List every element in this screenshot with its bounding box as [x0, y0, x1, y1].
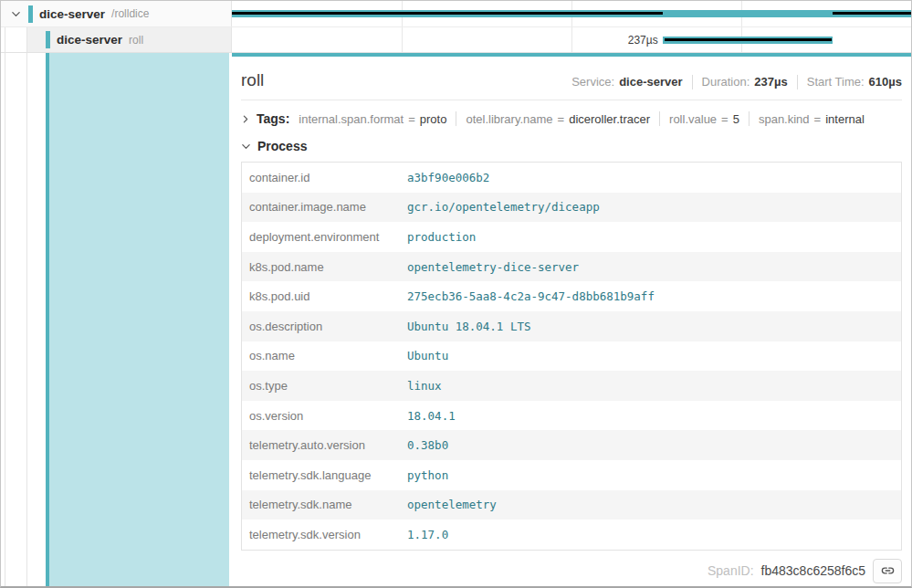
- process-row: os.version18.04.1: [242, 401, 901, 431]
- process-row: telemetry.sdk.languagepython: [242, 460, 901, 490]
- process-value: Ubuntu 18.04.1 LTS: [407, 320, 901, 333]
- span-detail-row: roll Service: dice-server Duration: 237µ…: [1, 53, 911, 586]
- deep-link-button[interactable]: [873, 559, 902, 583]
- process-value: 0.38b0: [407, 438, 901, 452]
- tags-section-title: Tags:: [257, 111, 289, 126]
- start-time-label: Start Time:: [807, 75, 865, 89]
- span-detail-panel: roll Service: dice-server Duration: 237µ…: [232, 53, 911, 586]
- critical-path-segment: [833, 12, 911, 15]
- process-value: a3bf90e006b2: [407, 171, 901, 184]
- tag-item: internal.span.format=proto: [299, 112, 446, 126]
- critical-path-segment: [665, 38, 832, 41]
- process-key: os.version: [242, 409, 407, 423]
- spanid-label: SpanID:: [708, 563, 754, 578]
- tag-item: span.kind=internal: [759, 112, 865, 126]
- process-value: 1.17.0: [407, 528, 901, 541]
- process-value: production: [407, 230, 901, 244]
- process-section-title: Process: [257, 139, 307, 153]
- process-row: telemetry.sdk.nameopentelemetry: [242, 490, 901, 520]
- selected-span-indent-strip: [1, 53, 232, 586]
- tags-section-toggle[interactable]: Tags: internal.span.format=protootel.lib…: [241, 108, 902, 130]
- process-row: os.nameUbuntu: [242, 341, 901, 372]
- operation-name: roll: [129, 34, 143, 47]
- critical-path-segment: [232, 12, 663, 15]
- process-key: k8s.pod.uid: [242, 289, 407, 303]
- process-value: python: [407, 468, 901, 482]
- process-key: k8s.pod.name: [242, 260, 407, 274]
- process-value: Ubuntu: [407, 349, 901, 362]
- chevron-right-icon: [241, 114, 250, 124]
- process-key: telemetry.sdk.name: [242, 498, 407, 511]
- process-row: os.descriptionUbuntu 18.04.1 LTS: [242, 311, 901, 341]
- service-label: Service:: [571, 75, 614, 89]
- process-key: os.name: [242, 349, 407, 362]
- timeline-row-rolldice: [232, 1, 911, 26]
- span-duration-label: 237µs: [628, 34, 658, 47]
- process-key: container.id: [242, 171, 407, 184]
- span-meta: Service: dice-server Duration: 237µs Sta…: [571, 75, 902, 89]
- divider: [241, 100, 902, 100]
- process-key: deployment.environment: [242, 230, 407, 244]
- gridline: [571, 27, 572, 52]
- process-row: container.image.namegcr.io/opentelemetry…: [242, 193, 901, 223]
- chevron-down-icon: [241, 142, 251, 152]
- start-time-value: 610µs: [869, 75, 902, 89]
- divider: [456, 111, 456, 126]
- divider: [797, 75, 798, 89]
- tag-item: roll.value=5: [669, 112, 739, 126]
- gridline: [402, 27, 403, 52]
- process-row: container.ida3bf90e006b2: [242, 163, 901, 193]
- span-color-accent: [46, 31, 50, 48]
- process-row: k8s.pod.nameopentelemetry-dice-server: [242, 252, 901, 282]
- chevron-down-icon[interactable]: [7, 9, 24, 19]
- span-color-accent: [28, 5, 33, 23]
- process-row: telemetry.sdk.version1.17.0: [242, 520, 901, 550]
- detail-header: roll Service: dice-server Duration: 237µ…: [241, 57, 902, 90]
- divider: [692, 75, 693, 89]
- span-bar[interactable]: [663, 37, 833, 44]
- service-name: dice-server: [39, 7, 105, 21]
- duration-value: 237µs: [754, 75, 787, 89]
- divider: [749, 111, 750, 126]
- divider: [659, 111, 660, 126]
- process-row: telemetry.auto.version0.38b0: [242, 430, 901, 460]
- process-key: os.type: [242, 379, 407, 393]
- process-key: os.description: [242, 320, 407, 333]
- tag-item: otel.library.name=diceroller.tracer: [466, 112, 650, 126]
- spanid-value: fb483c8c6258f6c5: [761, 563, 865, 578]
- indent-guide: [5, 53, 5, 586]
- process-key: container.image.name: [242, 200, 407, 214]
- process-value: 275ecb36-5aa8-4c2a-9c47-d8bb681b9aff: [407, 289, 901, 303]
- duration-label: Duration:: [702, 75, 750, 89]
- span-bar[interactable]: [232, 10, 911, 17]
- trace-row-rolldice[interactable]: dice-server /rolldice: [1, 1, 911, 27]
- trace-row-roll[interactable]: dice-server roll 237µs: [1, 27, 911, 53]
- process-row: deployment.environmentproduction: [242, 222, 901, 252]
- process-row: k8s.pod.uid275ecb36-5aa8-4c2a-9c47-d8bb6…: [242, 281, 901, 311]
- span-name-cell[interactable]: dice-server /rolldice: [1, 1, 232, 26]
- timeline-row-roll: 237µs: [232, 27, 911, 52]
- span-name-cell[interactable]: dice-server roll: [1, 27, 232, 52]
- process-key: telemetry.auto.version: [242, 438, 407, 452]
- service-name: dice-server: [57, 33, 122, 47]
- process-value: gcr.io/opentelemetry/diceapp: [407, 200, 901, 214]
- service-value: dice-server: [619, 75, 682, 89]
- span-title: roll: [241, 70, 264, 90]
- process-key: telemetry.sdk.version: [242, 528, 407, 541]
- process-table: container.ida3bf90e006b2container.image.…: [241, 162, 902, 551]
- process-key: telemetry.sdk.language: [242, 468, 407, 482]
- process-section-toggle[interactable]: Process: [241, 135, 902, 157]
- process-value: opentelemetry: [407, 498, 901, 511]
- tags-summary: internal.span.format=protootel.library.n…: [299, 111, 865, 126]
- indent-guide: [26, 53, 27, 586]
- indent-guide: [5, 27, 5, 52]
- process-row: os.typelinux: [242, 371, 901, 401]
- trace-timeline-view: dice-server /rolldice dice-server roll 2…: [0, 0, 912, 588]
- operation-name: /rolldice: [111, 7, 149, 20]
- detail-footer: SpanID: fb483c8c6258f6c5: [241, 559, 902, 583]
- indent-guide: [26, 27, 27, 52]
- process-value: 18.04.1: [407, 409, 901, 423]
- selected-span-highlight: [49, 53, 229, 586]
- process-value: opentelemetry-dice-server: [407, 260, 901, 274]
- link-icon: [880, 564, 896, 577]
